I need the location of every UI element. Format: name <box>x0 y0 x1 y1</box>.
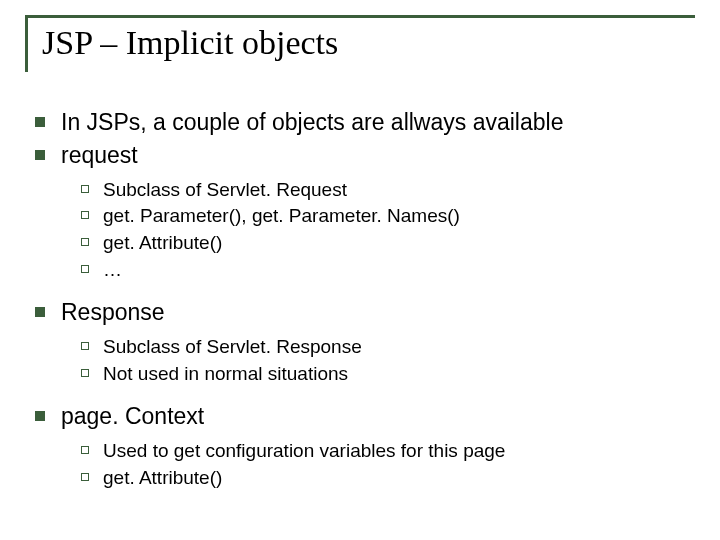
slide-body: In JSPs, a couple of objects are allways… <box>25 108 695 491</box>
bullet-text: In JSPs, a couple of objects are allways… <box>61 108 563 137</box>
bullet-item: Response <box>35 298 695 327</box>
slide-title: JSP – Implicit objects <box>42 24 695 62</box>
slide: JSP – Implicit objects In JSPs, a couple… <box>0 0 720 540</box>
hollow-square-bullet-icon <box>81 473 89 481</box>
sub-bullet-item: Not used in normal situations <box>81 362 695 387</box>
sub-bullet-item: get. Parameter(), get. Parameter. Names(… <box>81 204 695 229</box>
bullet-item: request <box>35 141 695 170</box>
sub-bullet-text: Subclass of Servlet. Response <box>103 335 362 360</box>
title-block: JSP – Implicit objects <box>25 15 695 72</box>
sub-bullet-text: get. Attribute() <box>103 466 222 491</box>
hollow-square-bullet-icon <box>81 446 89 454</box>
bullet-item: In JSPs, a couple of objects are allways… <box>35 108 695 137</box>
sub-bullet-text: get. Attribute() <box>103 231 222 256</box>
sub-bullet-text: Not used in normal situations <box>103 362 348 387</box>
hollow-square-bullet-icon <box>81 369 89 377</box>
square-bullet-icon <box>35 307 45 317</box>
hollow-square-bullet-icon <box>81 238 89 246</box>
sub-bullet-item: Subclass of Servlet. Request <box>81 178 695 203</box>
hollow-square-bullet-icon <box>81 185 89 193</box>
sub-bullet-group: Subclass of Servlet. Response Not used i… <box>81 335 695 386</box>
square-bullet-icon <box>35 411 45 421</box>
bullet-item: page. Context <box>35 402 695 431</box>
sub-bullet-item: Subclass of Servlet. Response <box>81 335 695 360</box>
sub-bullet-text: get. Parameter(), get. Parameter. Names(… <box>103 204 460 229</box>
sub-bullet-item: get. Attribute() <box>81 231 695 256</box>
hollow-square-bullet-icon <box>81 211 89 219</box>
sub-bullet-text: … <box>103 258 122 283</box>
hollow-square-bullet-icon <box>81 342 89 350</box>
sub-bullet-group: Used to get configuration variables for … <box>81 439 695 490</box>
sub-bullet-text: Subclass of Servlet. Request <box>103 178 347 203</box>
bullet-text: request <box>61 141 138 170</box>
sub-bullet-group: Subclass of Servlet. Request get. Parame… <box>81 178 695 283</box>
bullet-text: Response <box>61 298 165 327</box>
sub-bullet-item: … <box>81 258 695 283</box>
hollow-square-bullet-icon <box>81 265 89 273</box>
bullet-text: page. Context <box>61 402 204 431</box>
sub-bullet-text: Used to get configuration variables for … <box>103 439 505 464</box>
sub-bullet-item: get. Attribute() <box>81 466 695 491</box>
sub-bullet-item: Used to get configuration variables for … <box>81 439 695 464</box>
square-bullet-icon <box>35 117 45 127</box>
square-bullet-icon <box>35 150 45 160</box>
